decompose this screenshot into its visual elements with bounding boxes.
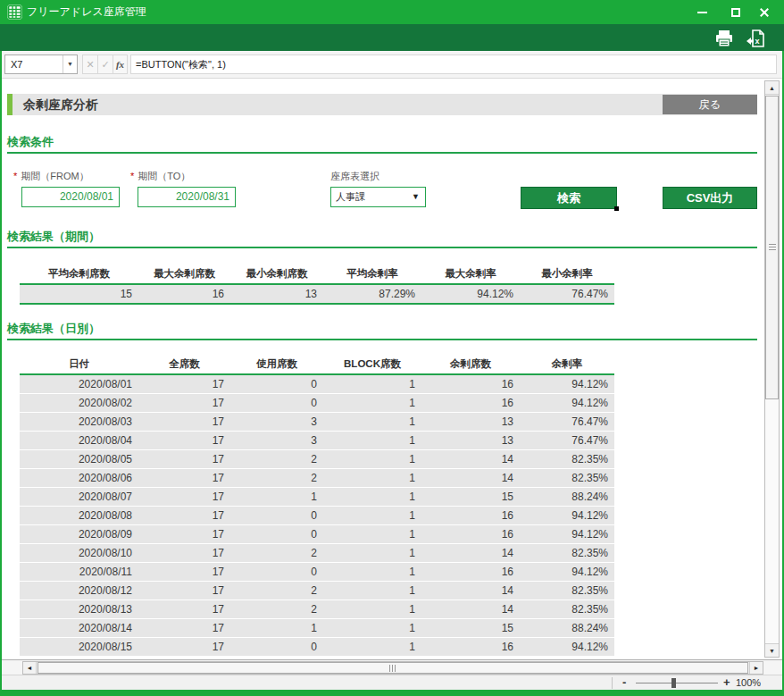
value-cell: 1 <box>230 619 323 637</box>
value-cell: 94.12% <box>520 394 614 412</box>
value-cell: 1 <box>323 544 421 562</box>
date-cell: 2020/08/15 <box>20 638 138 656</box>
horizontal-scrollbar-thumb[interactable] <box>38 662 748 674</box>
value-cell: 15 <box>421 488 520 506</box>
zoom-in-button[interactable]: + <box>723 675 730 690</box>
daily-table-body: 2020/08/0117011694.12%2020/08/0217011694… <box>20 375 614 656</box>
value-cell: 16 <box>421 525 520 543</box>
chevron-down-icon: ▼ <box>412 188 420 206</box>
table-row: 2020/08/0417311376.47% <box>20 432 614 449</box>
seatmap-label: 座席表選択 <box>330 170 379 183</box>
csv-export-button[interactable]: CSV出力 <box>663 187 757 209</box>
value-cell: 0 <box>230 525 323 543</box>
print-button[interactable] <box>712 27 737 49</box>
toolbar: x <box>0 24 784 51</box>
zoom-slider-thumb[interactable] <box>671 678 676 688</box>
excel-export-button[interactable]: x <box>742 27 767 49</box>
value-cell: 17 <box>138 394 230 412</box>
date-cell: 2020/08/12 <box>20 582 138 600</box>
maximize-button[interactable] <box>720 0 752 24</box>
daily-column-header: 日付 <box>20 357 138 373</box>
value-cell: 1 <box>323 619 421 637</box>
value-cell: 16 <box>421 507 520 524</box>
period-value-cell: 13 <box>230 285 323 303</box>
required-mark: * <box>130 171 134 181</box>
insert-function-button[interactable]: fx <box>113 55 128 74</box>
print-icon <box>714 29 734 48</box>
zoom-out-button[interactable]: - <box>622 675 626 690</box>
formula-input[interactable]: =BUTTON("検索", 1) <box>130 55 777 74</box>
back-button[interactable]: 戻る <box>663 95 757 114</box>
value-cell: 0 <box>230 375 323 393</box>
table-row: 2020/08/1017211482.35% <box>20 544 614 562</box>
period-column-header: 平均余剰席数 <box>20 267 138 283</box>
value-cell: 16 <box>421 563 520 581</box>
value-cell: 1 <box>323 600 421 618</box>
minimize-button[interactable] <box>686 0 718 24</box>
formula-bar: X7 ▼ ✕ ✓ fx =BUTTON("検索", 1) <box>0 51 784 79</box>
value-cell: 2 <box>230 582 323 600</box>
period-results-table: 平均余剰席数最大余剰席数最小余剰席数平均余剰率最大余剰率最小余剰率 151613… <box>20 264 614 305</box>
value-cell: 14 <box>421 600 520 618</box>
to-date-input[interactable]: 2020/08/31 <box>138 187 236 207</box>
page-header-bar: 余剰座席分析 戻る <box>7 94 757 115</box>
vertical-scrollbar-thumb[interactable] <box>765 96 779 399</box>
value-cell: 16 <box>421 394 520 412</box>
seatmap-select[interactable]: 人事課 ▼ <box>330 187 426 207</box>
from-date-input[interactable]: 2020/08/01 <box>21 187 120 207</box>
page-title: 余剰座席分析 <box>23 94 98 115</box>
daily-column-header: 余剰率 <box>520 357 614 373</box>
date-cell: 2020/08/13 <box>20 600 138 618</box>
scroll-right-arrow-icon[interactable]: ► <box>749 662 763 674</box>
namebox-dropdown-icon[interactable]: ▼ <box>63 55 77 73</box>
value-cell: 17 <box>138 600 230 618</box>
date-cell: 2020/08/04 <box>20 432 138 449</box>
value-cell: 88.24% <box>520 619 614 637</box>
cell-name-box[interactable]: X7 ▼ <box>4 55 78 74</box>
daily-column-header: 全席数 <box>138 357 230 373</box>
scroll-left-arrow-icon[interactable]: ◄ <box>23 662 37 674</box>
value-cell: 1 <box>323 507 421 524</box>
table-row: 2020/08/0917011694.12% <box>20 525 614 543</box>
value-cell: 1 <box>323 413 421 431</box>
value-cell: 17 <box>138 488 230 506</box>
date-cell: 2020/08/08 <box>20 507 138 524</box>
value-cell: 82.35% <box>520 450 614 468</box>
formula-enter-button[interactable]: ✓ <box>97 55 113 74</box>
seatmap-selected-value: 人事課 <box>336 191 365 202</box>
period-column-header: 平均余剰率 <box>323 267 421 283</box>
value-cell: 82.35% <box>520 544 614 562</box>
date-cell: 2020/08/07 <box>20 488 138 506</box>
table-row: 2020/08/0517211482.35% <box>20 450 614 468</box>
formula-cancel-button[interactable]: ✕ <box>82 55 97 74</box>
value-cell: 0 <box>230 507 323 524</box>
table-row: 2020/08/0817011694.12% <box>20 507 614 524</box>
value-cell: 0 <box>230 563 323 581</box>
date-cell: 2020/08/03 <box>20 413 138 431</box>
value-cell: 17 <box>138 432 230 449</box>
period-value-cell: 87.29% <box>323 285 421 303</box>
daily-results-table: 日付全席数使用席数BLOCK席数余剰席数余剰率 2020/08/01170116… <box>20 356 614 657</box>
value-cell: 82.35% <box>520 582 614 600</box>
value-cell: 1 <box>323 488 421 506</box>
selection-handle <box>614 206 619 211</box>
period-results-heading: 検索結果（期間） <box>7 229 100 245</box>
date-cell: 2020/08/11 <box>20 563 138 581</box>
value-cell: 17 <box>138 563 230 581</box>
period-table-value-row: 15161387.29%94.12%76.47% <box>20 285 614 303</box>
value-cell: 17 <box>138 375 230 393</box>
required-mark: * <box>13 171 17 181</box>
table-row: 2020/08/0117011694.12% <box>20 375 614 393</box>
scroll-down-arrow-icon[interactable]: ▼ <box>765 643 779 657</box>
search-button[interactable]: 検索 <box>521 187 617 209</box>
horizontal-scrollbar[interactable]: ◄ ► <box>22 661 763 675</box>
vertical-scrollbar[interactable]: ▲ ▼ <box>764 80 780 658</box>
close-button[interactable] <box>748 0 780 24</box>
zoom-slider[interactable] <box>636 683 718 683</box>
value-cell: 15 <box>421 619 520 637</box>
window-title: フリーアドレス座席管理 <box>27 0 146 24</box>
value-cell: 17 <box>138 525 230 543</box>
daily-column-header: 使用席数 <box>230 357 323 373</box>
scroll-up-arrow-icon[interactable]: ▲ <box>765 81 779 95</box>
search-conditions-heading: 検索条件 <box>7 134 54 150</box>
